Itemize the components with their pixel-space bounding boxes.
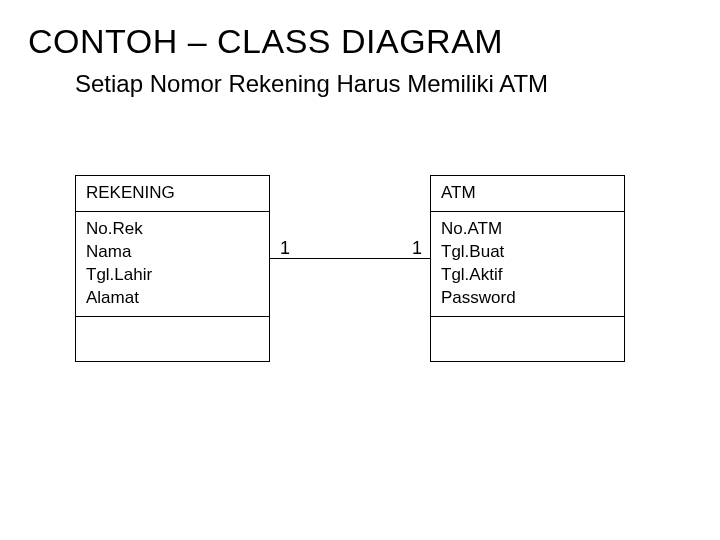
- class-operations: [76, 317, 269, 361]
- page-title: CONTOH – CLASS DIAGRAM: [28, 22, 503, 61]
- association-line: [270, 258, 430, 259]
- multiplicity-left: 1: [280, 238, 290, 259]
- attribute: Nama: [86, 241, 259, 264]
- class-operations: [431, 317, 624, 361]
- attribute: Alamat: [86, 287, 259, 310]
- attribute: Tgl.Aktif: [441, 264, 614, 287]
- attribute: Password: [441, 287, 614, 310]
- attribute: No.Rek: [86, 218, 259, 241]
- page-subtitle: Setiap Nomor Rekening Harus Memiliki ATM: [75, 70, 548, 98]
- attribute: Tgl.Buat: [441, 241, 614, 264]
- class-name: REKENING: [76, 176, 269, 212]
- class-attributes: No.ATM Tgl.Buat Tgl.Aktif Password: [431, 212, 624, 317]
- class-attributes: No.Rek Nama Tgl.Lahir Alamat: [76, 212, 269, 317]
- uml-class-rekening: REKENING No.Rek Nama Tgl.Lahir Alamat: [75, 175, 270, 362]
- attribute: Tgl.Lahir: [86, 264, 259, 287]
- uml-class-atm: ATM No.ATM Tgl.Buat Tgl.Aktif Password: [430, 175, 625, 362]
- multiplicity-right: 1: [412, 238, 422, 259]
- attribute: No.ATM: [441, 218, 614, 241]
- class-name: ATM: [431, 176, 624, 212]
- slide: CONTOH – CLASS DIAGRAM Setiap Nomor Reke…: [0, 0, 720, 540]
